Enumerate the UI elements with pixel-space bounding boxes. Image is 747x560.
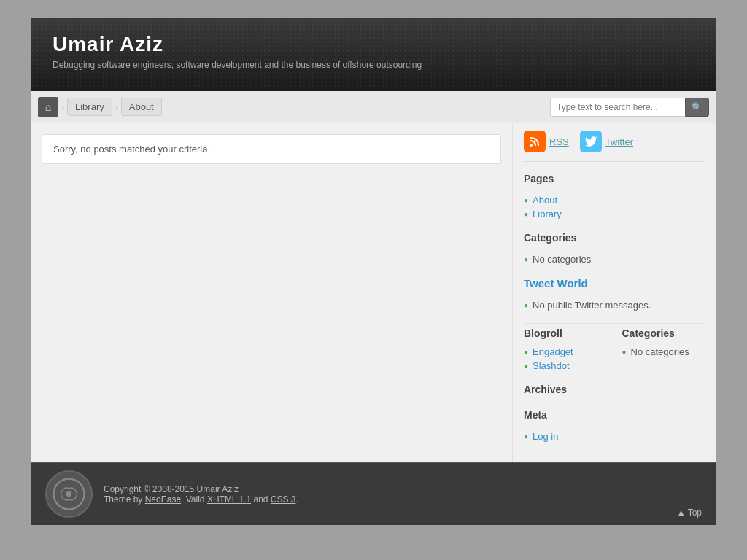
meta-list: Log in <box>524 429 705 443</box>
home-nav-button[interactable]: ⌂ <box>38 97 58 117</box>
search-input[interactable] <box>550 98 685 117</box>
archives-section: Archives <box>524 384 705 398</box>
pages-library-link[interactable]: Library <box>533 209 562 219</box>
categories-section: Categories No categories <box>524 232 705 266</box>
list-item: No categories <box>622 345 706 359</box>
slashdot-link[interactable]: Slashdot <box>533 360 570 371</box>
blogroll-categories-row: Blogroll Engadget Slashdot Categories <box>524 323 705 373</box>
list-item: No public Twitter messages. <box>524 298 705 312</box>
copyright-text: Copyright © 2008-2015 Umair Aziz <box>104 484 239 494</box>
meta-heading: Meta <box>524 409 705 424</box>
svg-point-2 <box>66 491 72 497</box>
top-label: Top <box>688 508 702 518</box>
no-posts-notice: Sorry, no posts matched your criteria. <box>42 134 501 164</box>
social-bar: RSS Twitter <box>524 131 705 162</box>
twitter-link[interactable]: Twitter <box>580 131 633 152</box>
nav-library[interactable]: Library <box>67 98 112 116</box>
list-item: Engadget <box>524 345 608 359</box>
rss-link[interactable]: RSS <box>524 131 569 152</box>
blogroll-categories-list: No categories <box>622 345 706 359</box>
valid-prefix: . Valid <box>181 494 207 505</box>
main-content: Sorry, no posts matched your criteria. <box>31 123 512 462</box>
archives-heading: Archives <box>524 384 705 398</box>
site-title: Umair Aziz <box>53 33 694 56</box>
rss-label: RSS <box>549 136 569 147</box>
tweet-world-list: No public Twitter messages. <box>524 298 705 312</box>
pages-list: About Library <box>524 193 705 221</box>
tweet-world-heading: Tweet World <box>524 277 705 292</box>
no-categories: No categories <box>533 254 591 265</box>
period: . <box>296 494 298 505</box>
site-header: Umair Aziz Debugging software engineers,… <box>31 18 716 91</box>
blogroll-categories-col: Categories No categories <box>622 327 706 373</box>
footer-text: Copyright © 2008-2015 Umair Aziz Theme b… <box>104 484 677 505</box>
pages-heading: Pages <box>524 173 705 187</box>
neoease-link[interactable]: NeoEase <box>145 494 181 505</box>
top-arrow-icon: ▲ <box>677 508 686 518</box>
theme-line: Theme by NeoEase. Valid XHTML 1.1 and CS… <box>104 494 677 505</box>
top-link[interactable]: ▲ Top <box>677 508 702 518</box>
nav-about[interactable]: About <box>121 98 162 116</box>
xhtml-link[interactable]: XHTML 1.1 <box>207 494 251 505</box>
blogroll-list: Engadget Slashdot <box>524 345 608 373</box>
categories-heading: Categories <box>524 232 705 246</box>
copyright-line: Copyright © 2008-2015 Umair Aziz <box>104 484 677 494</box>
blogroll-heading: Blogroll <box>524 327 608 339</box>
nav-bar: ⌂ › Library › About 🔍 <box>31 91 716 123</box>
pages-section: Pages About Library <box>524 173 705 221</box>
css-link[interactable]: CSS 3 <box>271 494 296 505</box>
and-text: and <box>251 494 271 505</box>
login-link[interactable]: Log in <box>533 431 558 442</box>
no-posts-message: Sorry, no posts matched your criteria. <box>53 144 210 155</box>
pages-about-link[interactable]: About <box>533 195 557 206</box>
search-area: 🔍 <box>550 98 709 117</box>
content-wrapper: Sorry, no posts matched your criteria. R… <box>31 123 716 462</box>
tweet-world-message: No public Twitter messages. <box>533 300 651 311</box>
site-description: Debugging software engineers, software d… <box>53 60 694 70</box>
nav-separator-1: › <box>61 102 64 112</box>
search-button[interactable]: 🔍 <box>685 98 709 117</box>
footer-logo <box>45 470 93 518</box>
list-item: Slashdot <box>524 359 608 373</box>
sidebar: RSS Twitter Pages About <box>512 123 716 462</box>
list-item: No categories <box>524 252 705 266</box>
tweet-world-section: Tweet World No public Twitter messages. <box>524 277 705 312</box>
meta-section: Meta Log in <box>524 409 705 443</box>
nav-separator-2: › <box>115 102 118 112</box>
blogroll-categories-heading: Categories <box>622 327 706 339</box>
footer: Copyright © 2008-2015 Umair Aziz Theme b… <box>31 462 716 525</box>
list-item: Library <box>524 207 705 221</box>
list-item: About <box>524 193 705 207</box>
blogroll-col: Blogroll Engadget Slashdot <box>524 327 608 373</box>
list-item: Log in <box>524 429 705 443</box>
blogroll-no-categories: No categories <box>631 346 689 357</box>
categories-list: No categories <box>524 252 705 266</box>
svg-point-0 <box>530 144 533 147</box>
rss-icon <box>524 131 546 152</box>
twitter-label: Twitter <box>605 136 633 147</box>
engadget-link[interactable]: Engadget <box>533 346 573 357</box>
theme-prefix: Theme by <box>104 494 145 505</box>
twitter-icon <box>580 131 602 152</box>
